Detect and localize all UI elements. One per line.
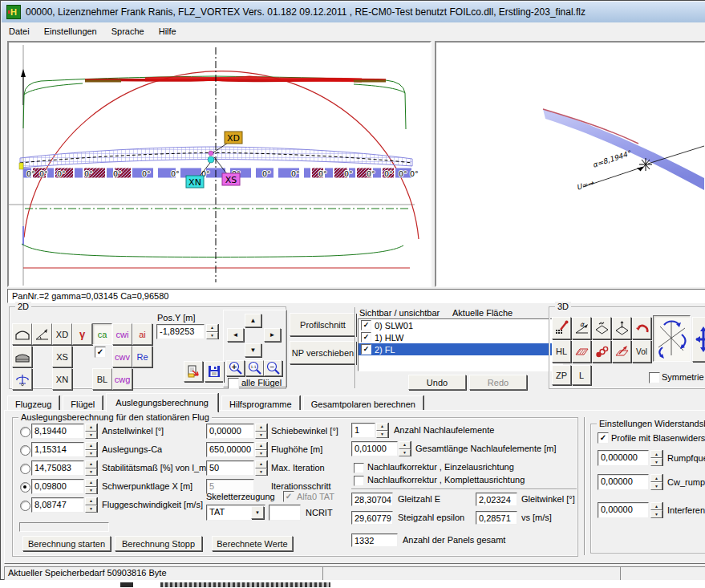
marker-xs[interactable]: XS [222,173,240,185]
flughoehe-spinner[interactable]: ▲▼ [255,442,267,457]
bl-button[interactable]: BL [92,368,112,390]
spin-down-button[interactable]: ▼ [376,431,388,439]
spin-down-button[interactable]: ▼ [85,505,97,513]
move-3d-button[interactable] [612,317,631,339]
spin-up-button[interactable]: ▲ [206,324,218,332]
ai-button[interactable]: ai [132,323,152,345]
symmetrie-checkbox[interactable] [649,372,660,383]
spin-up-button[interactable]: ▲ [399,441,411,449]
max-iteration-spinner[interactable]: ▲▼ [255,460,267,476]
cwi-button[interactable]: cwi [112,323,132,345]
menu-sprache[interactable]: Sprache [104,24,152,39]
3d-canvas[interactable]: α=8,1944° U∞→ [436,45,704,286]
profilschnitt-button[interactable]: Profilschnitt [290,313,356,336]
xs-button[interactable]: XS [52,346,72,367]
flap-segment[interactable] [107,168,113,178]
pan-up-button[interactable]: ▲ [245,314,261,327]
spin-up-button[interactable]: ▲ [85,497,97,505]
aircraft-front-view-button[interactable] [12,368,32,390]
schiebewinkel-spinner[interactable]: ▲▼ [255,424,267,439]
rumpfquerschnitt-input[interactable]: 0,000000 [598,450,649,466]
schwerpunktlage-spinner[interactable]: ▲▼ [85,479,97,494]
posy-input[interactable]: -1,89253 [156,324,205,339]
spin-down-button[interactable]: ▼ [650,482,662,490]
surface-list-item[interactable]: ✓0) SLW01 [359,319,562,331]
surface-list-item[interactable]: ✓2) FL [359,343,562,355]
spin-up-button[interactable]: ▲ [85,460,97,468]
xd-button[interactable]: XD [52,323,72,345]
panel-shade-button[interactable] [572,340,591,363]
angle-view-button[interactable] [32,323,52,345]
alpha-view-button[interactable]: α [572,317,591,339]
tab-auslegungsberechnung[interactable]: Auslegungsberechnung [106,393,218,412]
cw-rumpf-spinner[interactable]: ▲▼ [650,474,662,490]
schiebewinkel-input[interactable]: 0,00000 [206,424,254,439]
spin-up-button[interactable]: ▲ [85,479,97,487]
paint-panels-button[interactable] [552,317,571,339]
max-iteration-input[interactable]: 50 [206,460,254,476]
flughoehe-input[interactable]: 650,00000 [206,442,254,457]
spin-up-button[interactable]: ▲ [255,442,267,450]
cw-rumpf-input[interactable]: 0,00000 [598,474,649,490]
redo-button[interactable]: Redo [469,375,527,390]
radio-anstellwinkel[interactable] [20,427,30,437]
pan-down-button[interactable]: ▼ [245,343,261,357]
re-button[interactable]: Re [132,346,152,367]
pan-3d-button[interactable] [592,317,611,339]
surface-visible-checkbox[interactable]: ✓ [361,344,371,355]
cwg-button[interactable]: cwg [112,368,132,390]
spin-down-button[interactable]: ▼ [255,468,267,476]
spin-up-button[interactable]: ▲ [85,424,97,432]
ca-checkbox[interactable]: ✓ [95,347,106,358]
l-button[interactable]: L [572,365,591,385]
interferenz-spinner[interactable]: ▲▼ [650,502,662,518]
surface-list-item[interactable]: ✓1) HLW [359,331,562,343]
pan-all-button[interactable] [692,317,705,362]
spin-down-button[interactable]: ▼ [650,458,662,466]
anstellwinkel-input[interactable]: 8,19440 [31,424,84,439]
zoom-reset-button[interactable]: 1:1 [245,360,264,376]
spin-down-button[interactable]: ▼ [85,432,97,440]
anstellwinkel-spinner[interactable]: ▲▼ [85,424,97,439]
pan-right-button[interactable]: ► [264,328,281,342]
export-image-button[interactable] [184,361,203,382]
rotate-3d-button[interactable] [653,315,691,362]
spin-down-button[interactable]: ▼ [650,510,662,518]
cwv-button[interactable]: cwv [112,346,132,367]
flap-segment[interactable] [75,168,83,178]
undo-button[interactable]: Undo [408,375,466,390]
spin-up-button[interactable]: ▲ [376,423,388,431]
neutral-point-marker[interactable] [208,156,214,163]
wake-links-button[interactable] [592,340,611,363]
interferenz-input[interactable]: 0,00000 [598,502,649,518]
spin-up-button[interactable]: ▲ [255,460,267,468]
spin-up-button[interactable]: ▲ [650,474,662,482]
menu-einstellungen[interactable]: Einstellungen [37,24,104,39]
marker-xd[interactable]: XD [225,132,242,144]
berechnung-stopp-button[interactable]: Berechnung Stopp [115,536,202,551]
spin-down-button[interactable]: ▼ [85,468,97,476]
ncrit-input[interactable] [269,505,301,521]
vol-button[interactable]: Vol [632,340,651,363]
reset-view-button[interactable] [632,317,651,339]
alfa0-tat-checkbox[interactable]: ✓ [283,491,294,502]
pan-left-button[interactable]: ◄ [227,328,244,342]
flap-segment[interactable] [47,168,54,178]
save-button[interactable] [205,361,224,382]
stabilitaetsmass-input[interactable]: 14,75083 [31,460,84,476]
combo-drop-button[interactable]: ▼ [251,506,264,519]
xn-button[interactable]: XN [52,368,72,390]
spin-down-button[interactable]: ▼ [85,450,97,458]
menu-datei[interactable]: Datei [2,24,37,39]
radio-schwerpunktlage[interactable] [20,482,30,493]
gesamtlaenge-spinner[interactable]: ▲▼ [399,441,411,456]
spin-down-button[interactable]: ▼ [206,332,218,340]
rumpfquerschnitt-spinner[interactable]: ▲▼ [650,450,662,466]
schwerpunktlage-input[interactable]: 0,09800 [31,479,84,494]
flap-segment[interactable] [304,168,310,178]
2d-canvas[interactable]: 0°0°0°0°0°0°0°0°0°0°0°0°0°0°0°0°0° XD XN [9,45,430,286]
profile-blasen-checkbox[interactable]: ✓ [598,432,609,444]
pressure-point-marker[interactable] [209,151,213,156]
normal-vector-button[interactable] [612,340,631,363]
panel-grid-view-button[interactable] [12,346,32,367]
